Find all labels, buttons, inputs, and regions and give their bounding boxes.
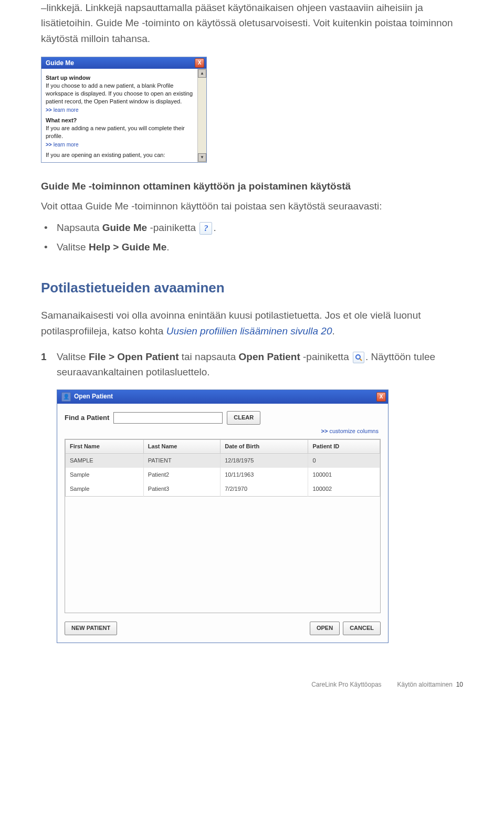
chevron-right-icon: >> xyxy=(46,142,52,148)
col-first-name[interactable]: First Name xyxy=(66,439,144,453)
guide-h1: Start up window xyxy=(46,74,194,82)
close-icon[interactable]: X xyxy=(376,392,386,402)
col-dob[interactable]: Date of Birth xyxy=(220,439,308,453)
learn-more-link-2[interactable]: >>learn more xyxy=(46,141,194,149)
step-number: 1 xyxy=(41,349,57,380)
table-header-row: First Name Last Name Date of Birth Patie… xyxy=(66,439,380,453)
section1-intro: Voit ottaa Guide Me -toiminnon käyttöön … xyxy=(41,198,463,214)
guide-p3: If you are opening an existing patient, … xyxy=(46,151,194,159)
scrollbar[interactable]: ▲ ▼ xyxy=(197,69,206,162)
guide-me-titlebar[interactable]: Guide Me X xyxy=(41,57,206,69)
guide-h2: What next? xyxy=(46,117,194,124)
find-patient-input[interactable] xyxy=(113,412,223,424)
open-patient-dialog: 👤Open Patient X Find a Patient CLEAR >>c… xyxy=(57,390,388,643)
footer-section: Käytön aloittaminen xyxy=(397,681,453,688)
col-last-name[interactable]: Last Name xyxy=(143,439,220,453)
scroll-down-icon[interactable]: ▼ xyxy=(198,153,206,162)
learn-more-link-1[interactable]: >>learn more xyxy=(46,107,194,114)
guide-p2: If you are adding a new patient, you wil… xyxy=(46,124,194,140)
col-patient-id[interactable]: Patient ID xyxy=(308,439,380,453)
table-row[interactable]: Sample Patient3 7/2/1970 100002 xyxy=(66,482,380,497)
patient-table-container: First Name Last Name Date of Birth Patie… xyxy=(65,439,381,613)
svg-point-0 xyxy=(356,355,360,359)
chevron-right-icon: >> xyxy=(321,428,328,434)
cancel-button[interactable]: CANCEL xyxy=(343,622,381,635)
open-patient-title: Open Patient xyxy=(74,393,113,400)
close-icon[interactable]: X xyxy=(195,58,204,68)
chevron-right-icon: >> xyxy=(46,107,52,113)
dialog-icon: 👤 xyxy=(61,392,71,402)
scroll-up-icon[interactable]: ▲ xyxy=(198,69,206,78)
footer-doc-title: CareLink Pro Käyttöopas xyxy=(311,681,381,688)
patient-table[interactable]: First Name Last Name Date of Birth Patie… xyxy=(65,439,380,497)
guide-me-window: Guide Me X Start up window If you choose… xyxy=(41,57,207,163)
link-new-profiles[interactable]: Uusien profiilien lisääminen sivulla 20 xyxy=(166,325,332,336)
page-footer: CareLink Pro KäyttöopasKäytön aloittamin… xyxy=(0,654,504,696)
table-row[interactable]: Sample Patient2 10/11/1963 100001 xyxy=(66,468,380,482)
open-button[interactable]: OPEN xyxy=(310,622,340,635)
table-row[interactable]: SAMPLE PATIENT 12/18/1975 0 xyxy=(66,453,380,468)
question-icon[interactable]: ? xyxy=(200,222,212,235)
section2-para: Samanaikaisesti voi olla avoinna enintää… xyxy=(41,308,463,339)
footer-page-number: 10 xyxy=(456,681,463,688)
guide-me-title: Guide Me xyxy=(46,59,74,67)
bullet-click-guide-me: Napsauta Guide Me -painiketta ?. xyxy=(41,220,463,235)
open-patient-titlebar[interactable]: 👤Open Patient X xyxy=(57,390,388,404)
heading-open-patient-records: Potilastietueiden avaaminen xyxy=(41,277,463,298)
new-patient-button[interactable]: NEW PATIENT xyxy=(65,622,117,635)
search-icon[interactable] xyxy=(353,352,364,363)
bullet-help-guide-me: Valitse Help > Guide Me. xyxy=(41,239,463,255)
guide-p1: If you choose to add a new patient, a bl… xyxy=(46,82,194,106)
intro-paragraph: –linkkejä. Linkkejä napsauttamalla pääse… xyxy=(41,0,463,46)
find-patient-label: Find a Patient xyxy=(65,413,109,423)
clear-button[interactable]: CLEAR xyxy=(227,411,260,425)
customize-columns-link[interactable]: >>customize columns xyxy=(65,427,379,436)
svg-line-1 xyxy=(360,359,362,361)
step-1: 1 Valitse File > Open Patient tai napsau… xyxy=(41,349,463,380)
sub-heading-enable: Guide Me -toiminnon ottaminen käyttöön j… xyxy=(41,178,463,194)
